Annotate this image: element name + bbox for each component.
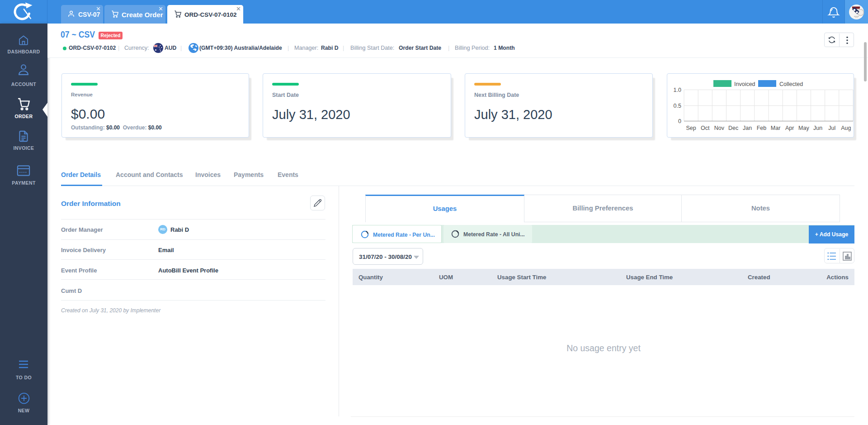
svg-text:May: May [798, 125, 809, 131]
svg-text:Jan: Jan [743, 125, 752, 131]
svg-text:Sep: Sep [686, 125, 696, 131]
svg-text:Aug: Aug [841, 125, 851, 131]
svg-text:1.0: 1.0 [674, 87, 681, 93]
svg-text:0: 0 [678, 118, 681, 124]
svg-text:Oct: Oct [701, 125, 710, 131]
svg-text:Nov: Nov [714, 125, 725, 131]
svg-text:Jul: Jul [828, 125, 835, 131]
svg-text:Mar: Mar [771, 125, 781, 131]
svg-text:Dec: Dec [728, 125, 738, 131]
svg-text:0.5: 0.5 [674, 103, 681, 109]
svg-text:Feb: Feb [757, 125, 767, 131]
svg-text:Apr: Apr [785, 125, 794, 131]
svg-text:Jun: Jun [813, 125, 822, 131]
